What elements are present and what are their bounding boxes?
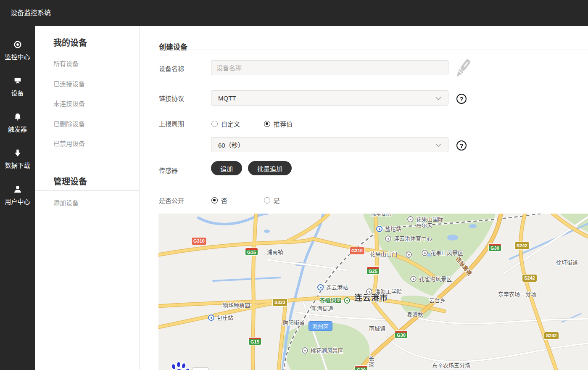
map-label: 东辛农场一分场 [498, 291, 536, 297]
sidebar-item[interactable]: 添加设备 [53, 198, 79, 207]
train-station-icon [208, 314, 214, 321]
map-label: 连徐高速 [454, 256, 472, 277]
nav-item-data-download[interactable]: 数据下载 [0, 140, 35, 177]
map-poi-label: 包庄站 [217, 315, 233, 321]
radio-label: 是 [274, 196, 280, 205]
tree-icon [344, 297, 350, 304]
interval-help-icon[interactable]: ? [456, 140, 467, 151]
nav-item-user-center[interactable]: 用户中心 [0, 177, 35, 213]
road-shield: S323 [273, 299, 287, 306]
download-arrow-icon [13, 148, 23, 158]
sidebar-section-title: 我的设备 [53, 36, 87, 48]
device-name-input[interactable] [211, 60, 448, 75]
is-public-label: 是否公开 [159, 196, 184, 205]
radio-is-public-0[interactable]: 否 [211, 196, 227, 205]
road-shield: G30 [355, 366, 367, 370]
interval-select[interactable]: 60（秒） [211, 137, 448, 152]
road-shield: S242 [544, 332, 559, 339]
road-shield: G25 [367, 267, 379, 274]
map-poi-label: 连云港站 [326, 285, 348, 291]
target-icon [13, 40, 23, 50]
map-poi-label: 孔雀沟风景区 [419, 276, 452, 282]
map-label: 徐圩街道 [556, 260, 578, 266]
map-poi: 包庄站 [208, 314, 233, 321]
protocol-label: 链接协议 [159, 94, 184, 103]
sensor-button-append[interactable]: 追加 [211, 161, 242, 175]
map-poi-label: 盐坨站 [385, 226, 401, 232]
map-poi: 花果山风景区 [422, 250, 463, 256]
sidebar-section-title: 管理设备 [53, 175, 87, 187]
sensor-button-batch-append[interactable]: 批量追加 [248, 161, 292, 175]
radio-icon [211, 197, 218, 204]
radio-report-cycle-0[interactable]: 自定义 [211, 119, 240, 128]
map-poi-label: 花果山国际高尔夫 [416, 217, 443, 228]
radio-label: 否 [221, 196, 227, 205]
map-label: 南城镇 [369, 326, 385, 332]
map-poi: 桃花涧风景区 [302, 347, 343, 354]
train-station-icon [317, 284, 324, 291]
nav-item-label: 用户中心 [5, 197, 30, 206]
sidebar-item[interactable]: 未连接设备 [53, 99, 85, 108]
map-label: 浦南镇 [267, 249, 283, 255]
map-poi: 盐坨站 [376, 226, 401, 232]
radio-label: 自定义 [221, 119, 240, 128]
radio-is-public-1[interactable]: 是 [264, 196, 280, 205]
device-name-label: 设备名称 [159, 64, 184, 73]
map-poi [344, 297, 350, 304]
map-poi: 连云港体育中心 [385, 235, 432, 242]
app-title: 设备监控系统 [11, 0, 51, 26]
protocol-help-icon[interactable]: ? [456, 94, 467, 104]
radio-icon [264, 197, 270, 204]
map-overlays: G310G15G310G25G30S242S242S242S323G15G30G… [158, 214, 588, 370]
radio-icon [264, 121, 270, 127]
scenic-icon [410, 276, 417, 282]
report-cycle-label: 上报周期 [159, 119, 184, 128]
sidebar-item[interactable]: 已删除设备 [53, 119, 85, 128]
map-label: 苍梧绿园 [319, 298, 341, 304]
main-content: 创建设备 设备名称 链接协议 MQTT ? [140, 26, 588, 370]
top-header: 设备监控系统 [0, 0, 588, 26]
sidebar-item[interactable]: 所有设备 [53, 59, 79, 68]
road-shield: G310 [350, 247, 364, 254]
school-icon [366, 288, 372, 295]
bell-icon [13, 112, 23, 122]
road-shield: G15 [245, 248, 258, 255]
nav-item-monitor-center[interactable]: 监控中心 [0, 32, 35, 68]
map-poi: 花果山国际高尔夫 [407, 216, 443, 228]
road-shield: G310 [192, 238, 206, 245]
protocol-select[interactable]: MQTT [211, 90, 448, 106]
nav-item-label: 设备 [11, 88, 24, 97]
sidebar-item[interactable]: 已连接设备 [53, 79, 85, 88]
scenic-icon [422, 250, 428, 256]
nav-item-label: 监控中心 [5, 52, 30, 61]
nav-item-label: 触发器 [8, 124, 27, 133]
radio-label: 推荐值 [274, 119, 293, 128]
chevron-down-icon [435, 141, 441, 148]
map-label: 新海街道 [311, 306, 333, 312]
sensor-label: 传感器 [159, 166, 178, 174]
radio-report-cycle-1[interactable]: 推荐值 [264, 119, 293, 128]
map-poi [406, 251, 412, 258]
map-label: 夏洛秋 [407, 312, 423, 317]
map-copyright-box [192, 367, 209, 370]
baidu-map[interactable]: G310G15G310G25G30S242S242S242S323G15G30G… [158, 214, 588, 370]
sidebar-divider [35, 190, 140, 191]
road-shield: G15 [249, 338, 261, 345]
stadium-icon [385, 235, 391, 242]
map-poi-label: 花果山风景区 [430, 250, 463, 256]
nav-item-devices[interactable]: 设备 [0, 68, 35, 104]
map-poi-label: 连云港体育中心 [394, 236, 432, 242]
road-shield: S242 [522, 275, 537, 282]
radio-icon [211, 121, 218, 127]
title-divider [159, 50, 588, 50]
district-badge: 海州区 [309, 321, 332, 331]
sidebar-item[interactable]: 已禁用设备 [53, 139, 85, 148]
map-label: 朐阳街道 [283, 320, 305, 326]
map-label: 花果山山门 [370, 251, 397, 257]
nav-item-triggers[interactable]: 触发器 [0, 104, 35, 140]
page-title: 创建设备 [159, 41, 187, 52]
train-station-icon [376, 226, 382, 232]
road-shield: G30 [395, 331, 407, 338]
baidu-logo-icon [169, 361, 190, 370]
map-poi: 孔雀沟风景区 [410, 276, 452, 282]
